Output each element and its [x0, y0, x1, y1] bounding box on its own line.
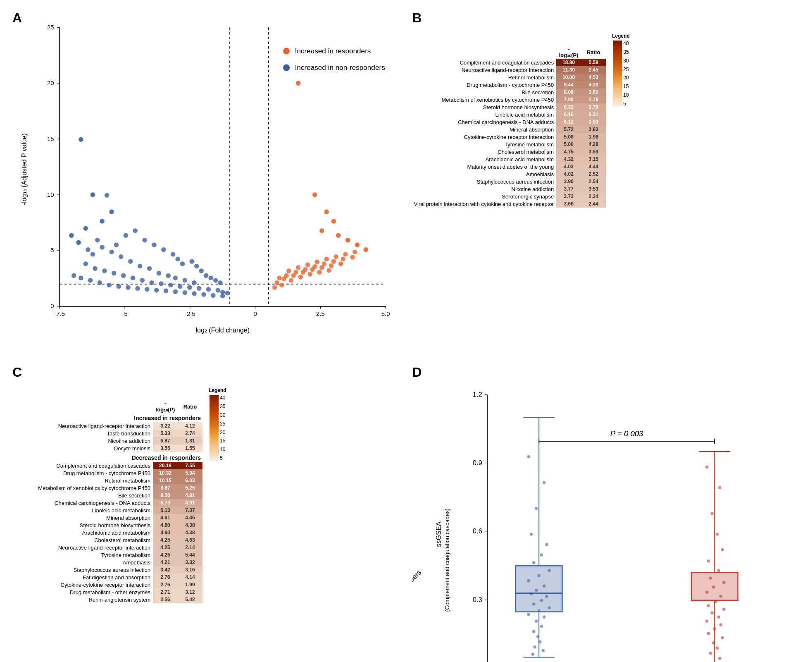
volcano-plot: 0 5 10 15 20 25 -log₁₀ (Adjusted P value… — [12, 12, 400, 354]
pathway-name: Fat digestion and absorption — [12, 574, 153, 581]
svg-point-209 — [710, 512, 714, 515]
svg-point-198 — [541, 649, 545, 652]
table-row: Taste transduction5.332.74 — [12, 430, 202, 437]
table-row: Metabolism of xenobiotics by cytochrome … — [412, 96, 606, 103]
svg-point-102 — [76, 240, 81, 245]
svg-rect-168 — [515, 566, 562, 612]
svg-point-45 — [199, 268, 204, 273]
svg-point-173 — [542, 481, 545, 484]
svg-point-59 — [173, 276, 178, 280]
svg-point-99 — [100, 219, 105, 223]
pathway-name: Metabolism of xenobiotics by cytochrome … — [12, 484, 153, 492]
svg-point-189 — [537, 609, 541, 613]
svg-point-96 — [79, 137, 83, 142]
table-row: Oocyte meiosis3.551.55 — [12, 445, 202, 452]
svg-point-121 — [312, 264, 317, 269]
ratio-cell: 4.45 — [178, 514, 202, 521]
c-col-empty — [12, 400, 153, 413]
logp-cell: 2.76 — [153, 574, 178, 581]
svg-point-92 — [192, 291, 196, 296]
svg-point-88 — [154, 288, 159, 292]
b-legend-gradient — [613, 41, 622, 107]
c-legend-title: Legend — [209, 387, 226, 393]
logp-cell: 4.32 — [556, 155, 581, 163]
svg-text:Increased in non-responders: Increased in non-responders — [295, 63, 385, 72]
svg-point-143 — [363, 247, 368, 252]
pathway-name: Arachidonic acid metabolism — [412, 155, 557, 163]
ratio-cell: 3.32 — [178, 559, 202, 566]
b-col-empty — [412, 45, 557, 59]
svg-point-105 — [298, 275, 303, 279]
pathway-name: Chemical carcinogenesis - DNA adducts — [412, 118, 557, 126]
svg-point-146 — [283, 64, 290, 71]
logp-cell: 4.02 — [556, 170, 581, 178]
svg-point-117 — [275, 280, 279, 285]
svg-point-74 — [197, 286, 201, 291]
table-row: Nicotine addiction3.773.53 — [412, 185, 606, 193]
svg-point-79 — [71, 273, 76, 278]
pathway-name: Complement and coagulation cascades — [12, 462, 153, 469]
pathway-name: Mineral absorption — [412, 126, 557, 133]
pathway-name: Linoleic acid metabolism — [12, 507, 153, 514]
svg-point-50 — [90, 252, 95, 256]
svg-point-44 — [194, 264, 199, 268]
svg-point-82 — [98, 280, 102, 285]
table-row: Bile secretion8.504.81 — [12, 492, 202, 499]
svg-point-95 — [220, 294, 225, 298]
logp-cell: 4.60 — [153, 521, 178, 529]
c-legend-gradient — [210, 395, 219, 461]
panel-a: A 0 5 10 15 20 25 — [8, 8, 404, 358]
logp-cell: 3.42 — [153, 566, 178, 574]
table-row: Viral protein interaction with cytokine … — [412, 200, 606, 208]
svg-point-48 — [213, 278, 218, 282]
svg-point-86 — [135, 286, 140, 291]
panel-c-table: -log₁₀(P) Ratio Increased in respondersN… — [12, 400, 202, 603]
svg-point-60 — [183, 278, 187, 282]
ratio-cell: 3.15 — [581, 155, 606, 163]
svg-text:-2.5: -2.5 — [185, 311, 195, 317]
pathway-name: Steroid hormone biosynthesis — [12, 521, 153, 529]
pathway-name: Cytokine-cytokine receptor interaction — [412, 133, 557, 141]
panel-b-label: B — [412, 10, 422, 26]
svg-point-141 — [345, 238, 350, 242]
svg-point-118 — [284, 273, 288, 278]
svg-point-187 — [532, 602, 535, 606]
ratio-cell: 2.45 — [581, 66, 606, 74]
svg-point-190 — [527, 613, 530, 616]
table-row: Amoebiasis4.213.32 — [12, 559, 202, 566]
table-row: Neuroactive ligand-receptor interaction4… — [12, 544, 202, 551]
pathway-name: Nicotine addiction — [412, 185, 557, 193]
svg-point-106 — [308, 272, 312, 276]
svg-point-42 — [180, 261, 185, 266]
logp-cell: 4.61 — [153, 514, 178, 521]
svg-text:-7.5: -7.5 — [55, 311, 65, 317]
table-row: Neuroactive ligand-receptor interaction3… — [12, 422, 202, 430]
table-row: Retinol metabolism10.156.03 — [12, 477, 202, 484]
svg-point-80 — [79, 276, 83, 280]
svg-point-62 — [83, 261, 88, 266]
pathway-name: Nicotine addiction — [12, 437, 153, 445]
svg-point-208 — [718, 486, 722, 490]
svg-point-175 — [529, 533, 533, 536]
ratio-cell: 5.44 — [178, 551, 202, 559]
c-legend: Legend 40 35 30 25 20 15 10 5 — [209, 387, 226, 461]
logp-cell: 5.72 — [556, 126, 581, 133]
svg-point-109 — [272, 285, 277, 289]
svg-point-176 — [545, 543, 548, 547]
pathway-name: Serotonergic synapse — [412, 193, 557, 200]
pathway-name: Staphylococcus aureus infection — [12, 566, 153, 574]
table-row: Steroid hormone biosynthesis4.604.38 — [12, 521, 202, 529]
svg-point-123 — [331, 259, 336, 264]
svg-point-134 — [352, 250, 357, 254]
ratio-cell: 1.81 — [178, 437, 202, 445]
ratio-cell: 4.38 — [178, 529, 202, 536]
logp-cell: 4.25 — [153, 544, 178, 551]
svg-point-219 — [714, 600, 717, 603]
ratio-cell: 5.31 — [581, 111, 606, 118]
ratio-cell: 4.12 — [178, 422, 202, 430]
table-row: Linoleic acid metabolism6.165.31 — [412, 111, 606, 118]
c-col-ratio: Ratio — [178, 400, 202, 413]
svg-point-213 — [717, 569, 720, 572]
svg-point-78 — [225, 291, 229, 295]
table-row: Bile secretion8.063.60 — [412, 88, 606, 96]
